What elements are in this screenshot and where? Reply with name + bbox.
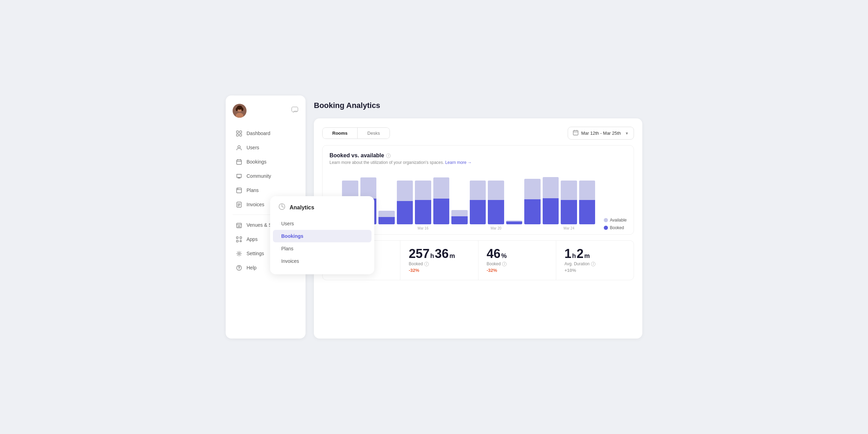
duration-h-number: 1 [565,248,571,260]
plans-label: Plans [247,187,259,193]
venues-icon [235,222,242,228]
bar-booked-3 [397,201,413,224]
bar-group-7 [470,170,486,224]
users-label: Users [247,145,259,150]
booked-label: Booked [610,225,624,230]
date-picker[interactable]: Mar 12th - Mar 25th ▼ [568,127,634,140]
bar-available-6 [451,210,468,216]
x-label-5 [433,226,450,230]
plans-icon [235,187,242,194]
tab-group: Rooms Desks [322,127,390,139]
bar-group-8 [488,170,504,224]
stat-avg-duration: 1 h 2 m Avg. Duration i +10% [556,241,634,280]
bar-booked-4 [415,200,431,224]
tab-desks[interactable]: Desks [357,128,390,139]
chart-bars [342,170,595,224]
bar-available-10 [524,179,541,199]
bar-available-3 [397,181,413,201]
app-container: Dashboard Users [226,95,642,339]
svg-rect-7 [236,131,239,133]
analytics-panel-header: Analytics [270,203,374,217]
bar-available-1 [360,177,377,199]
duration-m-unit: m [584,253,590,259]
booked-dot [604,226,608,230]
svg-point-19 [238,253,240,254]
page-header: Booking Analytics [314,95,642,113]
available-label: Available [610,218,627,223]
toolbar-row: Rooms Desks Mar 12th - Mar 25th ▼ [322,127,634,140]
bar-available-4 [415,181,431,200]
avg-duration-change: +10% [565,268,625,273]
sidebar-item-community[interactable]: Community [228,169,303,183]
users-icon [235,144,242,151]
bar-booked-13 [579,200,595,224]
svg-point-21 [239,269,239,269]
x-label-6 [451,226,468,230]
help-icon [235,264,242,271]
bar-available-7 [470,181,486,200]
stat-main-hours: 257 h 36 m [409,248,469,260]
settings-icon [235,250,242,257]
chart-info-icon[interactable]: i [386,153,391,158]
svg-rect-8 [240,131,242,133]
hours-unit-h: h [430,253,434,259]
submenu-item-invoices[interactable]: Invoices [270,255,374,267]
bar-group-5 [433,170,450,224]
avg-duration-info-icon[interactable]: i [591,262,595,266]
x-label-3 [397,226,413,230]
bar-group-10 [524,170,541,224]
sidebar-item-users[interactable]: Users [228,141,303,155]
bar-booked-11 [543,198,559,224]
bar-available-13 [579,181,595,200]
booked-hours-label: Booked i [409,261,469,266]
submenu-item-users[interactable]: Users [270,217,374,230]
community-label: Community [247,173,271,179]
booked-percent-info-icon[interactable]: i [502,262,507,266]
x-label-11 [543,226,559,230]
percent-number: 46 [487,248,501,260]
learn-more-link[interactable]: Learn more → [445,160,472,165]
dashboard-icon [235,130,242,137]
bar-group-13 [579,170,595,224]
bar-booked-5 [433,199,450,224]
available-dot [604,218,608,222]
bar-booked-12 [561,200,577,224]
svg-point-4 [236,108,238,111]
sidebar-header [226,104,306,126]
sidebar-item-dashboard[interactable]: Dashboard [228,126,303,140]
bar-group-3 [397,170,413,224]
submenu-item-plans[interactable]: Plans [270,242,374,255]
chart-legend: Available Booked [604,218,627,230]
bar-group-12 [561,170,577,224]
chart-subtitle: Learn more about the utilization of your… [329,160,627,165]
x-label-7 [470,226,486,230]
invoices-icon [235,201,242,208]
dashboard-label: Dashboard [247,131,270,136]
chart-title: Booked vs. available i [329,152,627,159]
bar-available-2 [378,211,395,217]
bar-booked-7 [470,200,486,224]
svg-rect-9 [236,134,239,136]
community-icon [235,173,242,180]
help-label: Help [247,265,257,270]
avatar-image [233,104,247,118]
booked-percent-label: Booked i [487,261,548,266]
x-label-4: Mar 16 [415,226,431,230]
chevron-down-icon: ▼ [625,131,629,135]
bar-booked-9 [506,222,523,224]
avatar [233,104,247,118]
bar-booked-10 [524,199,541,224]
svg-rect-16 [236,237,238,239]
stat-main-percent: 46 % [487,248,548,260]
bar-available-8 [488,181,504,200]
submenu-item-bookings[interactable]: Bookings [273,230,372,242]
chat-icon[interactable] [291,106,299,116]
x-label-9 [506,226,523,230]
sidebar-item-plans[interactable]: Plans [228,183,303,197]
stat-booked-hours: 257 h 36 m Booked i -32% [400,241,478,280]
tab-rooms[interactable]: Rooms [323,128,357,139]
chart-x-labels: Mar 12Mar 16Mar 20Mar 24 [342,226,595,230]
sidebar-item-bookings[interactable]: Bookings [228,155,303,169]
bar-group-6 [451,170,468,224]
booked-hours-info-icon[interactable]: i [424,262,429,266]
